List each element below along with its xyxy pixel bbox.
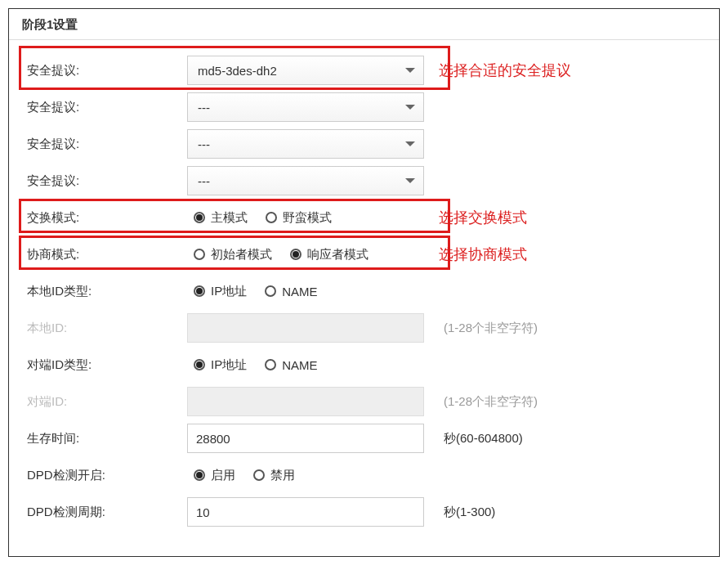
hint-lifetime: 秒(60-604800): [424, 431, 523, 447]
radio-icon: [194, 285, 205, 297]
radio-icon: [194, 359, 205, 370]
control-local-id-type: IP地址 NAME: [187, 276, 424, 306]
select-proposal-2-value: ---: [198, 101, 210, 114]
row-dpd-enable: DPD检测开启: 启用 禁用: [24, 460, 704, 491]
row-exchange-mode: 交换模式: 主模式 野蛮模式 选择交换模式: [24, 202, 704, 233]
control-remote-id-type: IP地址 NAME: [187, 350, 424, 379]
hint-dpd-interval: 秒(1-300): [424, 505, 495, 520]
annotation-nego: 选择协商模式: [424, 245, 527, 264]
radio-label-local-id-name: NAME: [282, 285, 317, 298]
radio-group-exchange: 主模式 野蛮模式: [187, 203, 424, 232]
label-local-id: 本地ID:: [24, 321, 187, 336]
annotation-proposal: 选择合适的安全提议: [424, 61, 571, 80]
label-remote-id-type: 对端ID类型:: [24, 357, 187, 373]
radio-local-id-name[interactable]: NAME: [265, 285, 317, 298]
radio-remote-id-ip[interactable]: IP地址: [194, 357, 247, 373]
radio-icon: [265, 285, 276, 297]
label-proposal-2: 安全提议:: [24, 100, 187, 115]
label-remote-id: 对端ID:: [24, 394, 187, 410]
label-proposal-1: 安全提议:: [24, 63, 187, 79]
control-proposal-2: ---: [187, 92, 424, 122]
radio-local-id-ip[interactable]: IP地址: [194, 284, 247, 299]
row-proposal-1: 安全提议: md5-3des-dh2 选择合适的安全提议: [24, 55, 704, 86]
annotation-exchange: 选择交换模式: [424, 208, 527, 227]
label-nego-mode: 协商模式:: [24, 247, 187, 263]
control-exchange-mode: 主模式 野蛮模式: [187, 203, 424, 232]
row-proposal-2: 安全提议: ---: [24, 92, 704, 123]
label-proposal-3: 安全提议:: [24, 137, 187, 152]
control-dpd-enable: 启用 禁用: [187, 460, 424, 490]
control-proposal-1: md5-3des-dh2: [187, 56, 424, 85]
radio-label-nego-initiator: 初始者模式: [211, 247, 272, 263]
control-nego-mode: 初始者模式 响应者模式: [187, 240, 424, 269]
section-title: 阶段1设置: [9, 9, 719, 40]
control-local-id: [187, 313, 424, 343]
radio-label-remote-id-name: NAME: [282, 358, 317, 372]
hint-local-id: (1-28个非空字符): [424, 321, 538, 336]
row-proposal-4: 安全提议: ---: [24, 165, 704, 196]
radio-dpd-off[interactable]: 禁用: [253, 468, 295, 483]
select-proposal-1[interactable]: md5-3des-dh2: [187, 56, 424, 85]
row-nego-mode: 协商模式: 初始者模式 响应者模式 选择协商模式: [24, 239, 704, 270]
input-remote-id: [187, 387, 424, 416]
radio-exchange-main[interactable]: 主模式: [194, 210, 248, 226]
chevron-down-icon: [405, 105, 415, 110]
radio-icon: [266, 212, 277, 223]
form-body: 安全提议: md5-3des-dh2 选择合适的安全提议 安全提议: --- 安…: [9, 40, 719, 556]
label-proposal-4: 安全提议:: [24, 173, 187, 189]
select-proposal-4-value: ---: [198, 174, 210, 188]
select-proposal-3[interactable]: ---: [187, 129, 424, 159]
radio-icon: [194, 249, 205, 260]
input-lifetime[interactable]: [187, 424, 424, 453]
radio-icon: [265, 359, 276, 370]
control-lifetime: [187, 424, 424, 453]
input-dpd-interval[interactable]: [187, 497, 424, 527]
radio-group-remote-id-type: IP地址 NAME: [187, 350, 424, 379]
radio-label-local-id-ip: IP地址: [211, 284, 247, 299]
row-dpd-interval: DPD检测周期: 秒(1-300): [24, 496, 704, 527]
row-local-id: 本地ID: (1-28个非空字符): [24, 312, 704, 343]
hint-remote-id: (1-28个非空字符): [424, 394, 538, 410]
select-proposal-2[interactable]: ---: [187, 92, 424, 122]
control-dpd-interval: [187, 497, 424, 527]
input-local-id: [187, 313, 424, 343]
radio-label-remote-id-ip: IP地址: [211, 357, 247, 373]
radio-group-nego: 初始者模式 响应者模式: [187, 240, 424, 269]
row-local-id-type: 本地ID类型: IP地址 NAME: [24, 276, 704, 307]
select-proposal-4[interactable]: ---: [187, 166, 424, 195]
label-local-id-type: 本地ID类型:: [24, 284, 187, 299]
control-remote-id: [187, 387, 424, 416]
radio-icon: [290, 249, 301, 260]
radio-group-local-id-type: IP地址 NAME: [187, 276, 424, 306]
select-proposal-3-value: ---: [198, 137, 210, 151]
radio-exchange-aggressive[interactable]: 野蛮模式: [266, 210, 332, 226]
radio-label-dpd-off: 禁用: [270, 468, 295, 483]
label-dpd-interval: DPD检测周期:: [24, 505, 187, 520]
label-dpd-enable: DPD检测开启:: [24, 468, 187, 483]
chevron-down-icon: [405, 141, 415, 146]
row-remote-id: 对端ID: (1-28个非空字符): [24, 386, 704, 417]
chevron-down-icon: [405, 178, 415, 183]
radio-nego-initiator[interactable]: 初始者模式: [194, 247, 272, 263]
row-proposal-3: 安全提议: ---: [24, 128, 704, 159]
radio-label-exchange-aggressive: 野蛮模式: [283, 210, 332, 226]
radio-dpd-on[interactable]: 启用: [194, 468, 235, 483]
radio-remote-id-name[interactable]: NAME: [265, 358, 317, 372]
row-remote-id-type: 对端ID类型: IP地址 NAME: [24, 349, 704, 380]
radio-label-nego-responder: 响应者模式: [307, 247, 368, 263]
label-exchange-mode: 交换模式:: [24, 210, 187, 226]
radio-icon: [194, 469, 205, 481]
chevron-down-icon: [405, 68, 415, 73]
radio-group-dpd-enable: 启用 禁用: [187, 460, 424, 490]
radio-label-exchange-main: 主模式: [211, 210, 248, 226]
control-proposal-4: ---: [187, 166, 424, 195]
control-proposal-3: ---: [187, 129, 424, 159]
radio-icon: [194, 212, 205, 223]
radio-icon: [253, 469, 265, 481]
radio-label-dpd-on: 启用: [211, 468, 235, 483]
radio-nego-responder[interactable]: 响应者模式: [290, 247, 368, 263]
select-proposal-1-value: md5-3des-dh2: [198, 64, 277, 78]
form-container: 阶段1设置 安全提议: md5-3des-dh2 选择合适的安全提议 安全提议:…: [8, 8, 720, 557]
label-lifetime: 生存时间:: [24, 431, 187, 447]
row-lifetime: 生存时间: 秒(60-604800): [24, 423, 704, 454]
